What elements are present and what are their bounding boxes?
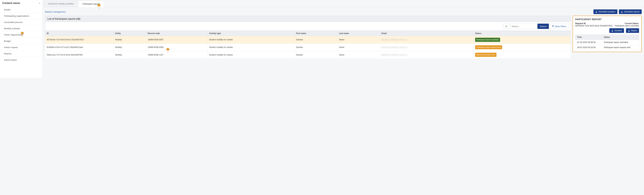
history-table: Time Status 07-03-2024 03:08:36Participa… bbox=[575, 34, 639, 50]
history-time: 29-02-2024 00:18:38 bbox=[576, 45, 602, 50]
cell-id: 59ee1c0a-7c74-4c7b-8c3c-9ef2e3bf7f08 bbox=[45, 51, 114, 59]
download-icon bbox=[611, 30, 614, 32]
submitted-reports-label: Submitted reports bbox=[624, 10, 640, 13]
cell-status: Participant report submitted bbox=[474, 36, 571, 44]
cell-email: daniela.xxxxx@xxxx.xxxxx.xx bbox=[380, 44, 473, 51]
history-row: 29-02-2024 00:18:38Participant report re… bbox=[576, 45, 639, 50]
submitted-answers-label: Submitted answers bbox=[598, 10, 616, 13]
search-button[interactable]: Search bbox=[538, 24, 549, 29]
report-button[interactable]: Report bbox=[626, 28, 639, 33]
cell-status: Manual Reminder Sent bbox=[474, 51, 571, 59]
sidebar-title: Content menu bbox=[2, 2, 20, 5]
col-email[interactable]: Email bbox=[380, 31, 473, 36]
sidebar-item-fewer-opportunities[interactable]: Fewer Opportunities bbox=[0, 32, 42, 38]
tab-individual-mobility[interactable]: Individual mobility activities bbox=[44, 1, 78, 7]
history-col-time[interactable]: Time bbox=[576, 35, 602, 40]
table-row[interactable]: 987b5c0e-7a7d-4b32-9e10-281bb507bf22Mobi… bbox=[45, 36, 571, 44]
detail-heading: PARTICIPANT REPORT bbox=[575, 18, 639, 21]
cell-entity: Mobility bbox=[114, 36, 146, 44]
request-id-label: Request ID bbox=[575, 22, 586, 24]
history-status: Participant report request sent bbox=[602, 45, 639, 50]
sidebar-item-mobility-activities[interactable]: Mobility Activities bbox=[0, 25, 42, 32]
download-icon bbox=[621, 11, 623, 13]
sidebar-item-reports[interactable]: Reports bbox=[0, 50, 42, 57]
col-status[interactable]: Status↓ bbox=[474, 31, 571, 36]
sidebar-item-details[interactable]: Details bbox=[0, 6, 42, 13]
history-row: 07-03-2024 03:08:36Participant report su… bbox=[576, 40, 639, 45]
sidebar-item-budget[interactable]: Budget bbox=[0, 38, 42, 44]
cell-email: daniela.xxxxx@xxxx.xxxxx.xx bbox=[380, 51, 473, 59]
submitted-answers-button[interactable]: Submitted answers bbox=[594, 10, 618, 14]
col-record[interactable]: Record code bbox=[146, 31, 207, 36]
filter-icon bbox=[552, 25, 554, 27]
history-time: 07-03-2024 03:08:36 bbox=[576, 40, 602, 45]
col-entity[interactable]: Entity bbox=[114, 31, 146, 36]
cell-entity: Mobility bbox=[114, 51, 146, 59]
cell-status: Participant report request sent bbox=[474, 44, 571, 51]
submitted-reports-button[interactable]: Submitted reports bbox=[619, 10, 642, 14]
sort-down-icon: ↓ bbox=[482, 32, 483, 34]
sidebar-item-import-export[interactable]: Import-export bbox=[0, 57, 42, 63]
cell-activity: Student mobility for studies bbox=[207, 36, 294, 44]
answers-label: Answers bbox=[614, 30, 622, 32]
table-row[interactable]: 59ee1c0a-7c74-4c7b-8c3c-9ef2e3bf7f08Mobi… bbox=[45, 51, 571, 59]
more-filters-button[interactable]: More Filters bbox=[550, 24, 568, 29]
tab-participant-reports[interactable]: Participant reports bbox=[78, 1, 104, 7]
cell-id: fb3d94fe-e154-4173-a221-9fe084912ade bbox=[45, 44, 114, 51]
participant-report-detail: PARTICIPANT REPORT Request ID: 987b5c0e-… bbox=[573, 16, 642, 52]
cell-record[interactable]: 16888-MOB-0008 bbox=[146, 44, 207, 51]
col-first[interactable]: First name bbox=[294, 31, 337, 36]
cell-first: Daniela bbox=[294, 36, 337, 44]
col-id[interactable]: ID bbox=[45, 31, 114, 36]
more-filters-label: More Filters bbox=[555, 25, 566, 28]
cell-record[interactable]: 16888-MOB-1257 bbox=[146, 51, 207, 59]
collapse-sidebar-icon[interactable]: ‹ bbox=[39, 2, 40, 5]
reports-management-link[interactable]: Reports management bbox=[45, 10, 66, 13]
cell-id: 987b5c0e-7a7d-4b32-9e10-281bb507bf22 bbox=[45, 36, 114, 44]
search-input[interactable] bbox=[510, 24, 536, 29]
content-menu-sidebar: Content menu ‹ DetailsParticipating orga… bbox=[0, 0, 42, 78]
cell-email: daniela.xxxxx@xxxx.xxxxx.xx bbox=[380, 36, 473, 44]
search-icon[interactable] bbox=[504, 24, 509, 29]
cell-first: Daniela bbox=[294, 44, 337, 51]
col-activity[interactable]: Activity type bbox=[207, 31, 294, 36]
table-row[interactable]: fb3d94fe-e154-4173-a221-9fe084912adeMobi… bbox=[45, 44, 571, 51]
sidebar-item-interim-reports[interactable]: Interim reports bbox=[0, 44, 42, 50]
cell-record[interactable]: 16888-MOB-0057 bbox=[146, 36, 207, 44]
cell-first: Daniela bbox=[294, 51, 337, 59]
participant-reports-list: List of Participant reports (46) Search … bbox=[45, 16, 571, 59]
main-area: Individual mobility activities Participa… bbox=[42, 0, 644, 78]
history-status: Participant report submitted bbox=[602, 40, 639, 45]
sidebar-item-participating-organisations[interactable]: Participating organisations bbox=[0, 13, 42, 19]
cell-last: Name bbox=[337, 44, 380, 51]
tabs-bar: Individual mobility activities Participa… bbox=[44, 1, 644, 7]
list-title: List of Participant reports (46) bbox=[45, 16, 571, 22]
download-icon bbox=[628, 30, 630, 32]
history-col-status[interactable]: Status bbox=[602, 35, 639, 40]
cell-last: Name bbox=[337, 51, 380, 59]
request-id-value: 987b5c0e-7a7d-4b32-9e10-281bb507bf22 bbox=[575, 24, 612, 27]
current-status-label: Current Status bbox=[625, 22, 638, 24]
cell-activity: Student mobility for studies bbox=[207, 44, 294, 51]
cell-activity: Student mobility for studies bbox=[207, 51, 294, 59]
sidebar-item-associated-persons[interactable]: Associated persons bbox=[0, 19, 42, 25]
answers-button[interactable]: Answers bbox=[609, 28, 624, 33]
download-icon bbox=[596, 11, 598, 13]
col-last[interactable]: Last name bbox=[337, 31, 380, 36]
reports-table: ID Entity Record code Activity type Firs… bbox=[45, 31, 571, 59]
current-status-value: Participant report submitted bbox=[615, 24, 639, 27]
report-label: Report bbox=[631, 30, 637, 32]
cell-last: Name bbox=[337, 36, 380, 44]
cell-entity: Mobility bbox=[114, 44, 146, 51]
